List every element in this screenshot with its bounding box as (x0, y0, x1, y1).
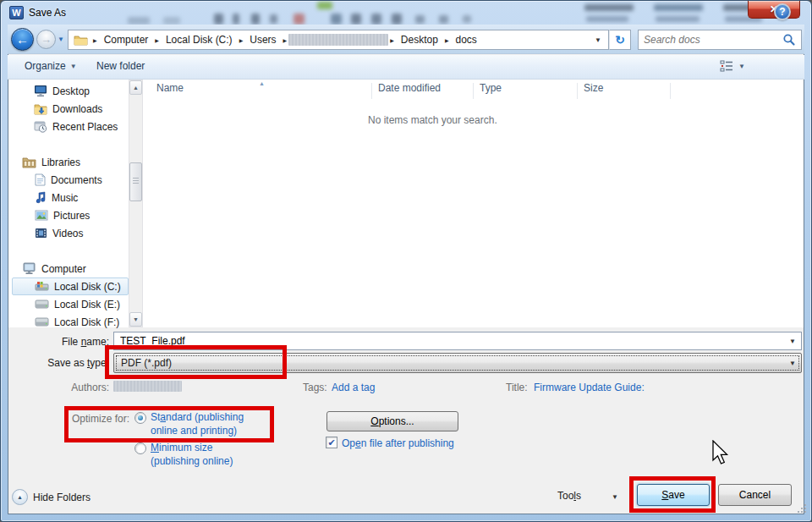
blur-decor (656, 16, 700, 22)
tags-label: Tags: (303, 382, 327, 393)
authors-label: Authors: (35, 382, 109, 393)
desktop-icon (34, 85, 47, 97)
sidebar-item-documents[interactable]: Documents (35, 171, 102, 189)
sidebar-item-desktop[interactable]: Desktop (34, 82, 90, 100)
breadcrumb-item-local-disk-c[interactable]: Local Disk (C:) (161, 30, 238, 49)
views-button[interactable]: ▼ (720, 60, 745, 72)
blur-decor (294, 14, 304, 25)
tools-dropdown-icon[interactable]: ▼ (612, 493, 618, 501)
blur-decor (371, 14, 381, 25)
list-view-icon (720, 60, 733, 72)
breadcrumb-item-users[interactable]: Users (244, 30, 281, 49)
breadcrumb-item-username-redacted[interactable] (288, 34, 388, 46)
annotation-optimize-standard (64, 406, 274, 442)
sidebar-item-local-disk-c[interactable]: Local Disk (C:) (35, 277, 121, 295)
blur-decor (251, 14, 260, 25)
column-separator[interactable] (577, 83, 578, 99)
mouse-cursor (712, 440, 729, 466)
save-as-type-dropdown-icon[interactable]: ▼ (784, 360, 801, 367)
blur-decor (233, 14, 239, 25)
word-app-icon: W (9, 6, 24, 19)
libraries-icon (22, 157, 36, 168)
sidebar-item-local-disk-e[interactable]: Local Disk (E:) (35, 295, 120, 313)
search-input[interactable] (639, 34, 782, 46)
address-dropdown-icon[interactable]: ▼ (588, 36, 608, 44)
scrollbar-thumb[interactable] (129, 162, 142, 201)
back-button[interactable]: ← (11, 28, 34, 51)
scroll-up-button[interactable]: ▲ (129, 80, 142, 95)
breadcrumb-item-docs[interactable]: docs (451, 30, 482, 49)
blur-decor (214, 14, 223, 25)
videos-icon (35, 228, 47, 239)
title-label: Title: (506, 382, 528, 393)
annotation-save-as-type (105, 345, 287, 379)
drive-icon (35, 299, 49, 309)
pictures-icon (35, 210, 48, 221)
options-button[interactable]: Options... (326, 411, 458, 431)
resize-grip[interactable] (798, 504, 806, 513)
breadcrumb-separator-icon: ▶ (91, 37, 99, 43)
file-name-dropdown-icon[interactable]: ▼ (784, 338, 801, 345)
column-separator[interactable] (473, 83, 474, 99)
sort-ascending-icon[interactable]: ▲ (259, 80, 265, 86)
breadcrumb-separator-icon: ▶ (238, 37, 245, 43)
blur-decor (463, 15, 471, 23)
documents-icon (35, 173, 46, 186)
sidebar-item-local-disk-f[interactable]: Local Disk (F:) (35, 313, 119, 331)
sidebar-item-downloads[interactable]: Downloads (34, 100, 102, 118)
column-separator[interactable] (371, 83, 372, 99)
radio-minimum-size[interactable] (134, 442, 146, 454)
music-icon (35, 191, 47, 204)
empty-list-message: No items match your search. (368, 114, 497, 126)
hide-folders-icon[interactable]: ▲ (12, 489, 28, 505)
computer-icon (22, 262, 36, 275)
blur-decor (584, 4, 634, 11)
breadcrumb: ▶ Computer ▶ Local Disk (C:) ▶ Users ▶ ▶… (68, 30, 609, 50)
folder-icon (74, 34, 88, 46)
blur-decor (415, 15, 425, 24)
column-header-type[interactable]: Type (480, 82, 502, 94)
breadcrumb-item-computer[interactable]: Computer (99, 30, 154, 49)
organize-button[interactable]: Organize▼ (25, 60, 77, 72)
forward-button[interactable]: → (36, 30, 56, 49)
breadcrumb-separator-icon: ▶ (153, 37, 161, 43)
downloads-icon (34, 103, 47, 115)
authors-value-redacted[interactable] (113, 381, 182, 392)
blur-decor (654, 4, 703, 11)
file-name-label: File name: (35, 336, 109, 348)
blur-decor (351, 14, 361, 25)
new-folder-button[interactable]: New folder (96, 60, 145, 72)
blur-decor (163, 17, 180, 25)
tools-button[interactable]: Tools (557, 490, 581, 502)
column-header-size[interactable]: Size (584, 82, 603, 94)
sidebar-scrollbar[interactable]: ▲ ▼ (129, 80, 143, 327)
sidebar-item-pictures[interactable]: Pictures (35, 206, 90, 224)
radio-minimum-label-line2[interactable]: (publishing online) (151, 455, 233, 467)
blur-decor (270, 14, 277, 24)
sidebar-item-libraries[interactable]: Libraries (22, 153, 80, 171)
open-after-publishing-label[interactable]: Open file after publishing (342, 437, 454, 449)
column-separator[interactable] (670, 83, 671, 99)
cancel-button[interactable]: Cancel (718, 484, 792, 506)
hide-folders-button[interactable]: Hide Folders (33, 492, 91, 503)
nav-history-dropdown-icon[interactable]: ▼ (58, 36, 64, 43)
title-bar[interactable]: W Save As ✕ (1, 1, 811, 25)
refresh-button[interactable]: ↻ (609, 30, 631, 50)
blur-decor (439, 15, 448, 24)
open-after-publishing-checkbox[interactable]: ✔ (326, 437, 337, 448)
blur-decor (586, 16, 628, 22)
system-drive-icon (35, 281, 49, 292)
sidebar-item-computer[interactable]: Computer (22, 260, 86, 277)
help-button[interactable]: ? (774, 3, 791, 20)
column-header-date-modified[interactable]: Date modified (378, 82, 441, 94)
radio-minimum-label[interactable]: Minimum size (151, 442, 212, 453)
sidebar-item-videos[interactable]: Videos (35, 224, 83, 242)
add-tag-link[interactable]: Add a tag (332, 382, 375, 393)
column-header-name[interactable]: Name (156, 82, 184, 94)
document-title-link[interactable]: Firmware Update Guide: (534, 382, 645, 393)
search-icon[interactable] (782, 33, 796, 47)
sidebar-item-recent-places[interactable]: Recent Places (34, 118, 118, 135)
sidebar-item-music[interactable]: Music (35, 189, 78, 206)
breadcrumb-item-desktop[interactable]: Desktop (396, 30, 443, 49)
scroll-down-button[interactable]: ▼ (129, 312, 142, 327)
